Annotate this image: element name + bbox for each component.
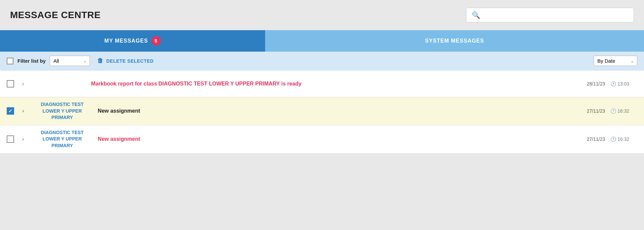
row-1-date: 28/11/23	[575, 81, 605, 87]
page-header: MESSAGE CENTRE 🔍	[0, 0, 644, 30]
row-3-subject[interactable]: New assignment	[98, 136, 569, 142]
filter-bar: Filter list by All Unread Read ⌄ 🗑 DELET…	[0, 52, 644, 70]
row-3-time: 🕐 16:32	[610, 136, 637, 142]
select-all-checkbox[interactable]	[7, 58, 13, 64]
row-3-expand-icon[interactable]: ›	[19, 135, 27, 143]
row-3-sender[interactable]: DIAGNOSTIC TEST LOWER Y UPPER PRIMARY	[32, 129, 92, 149]
row-3-checkbox[interactable]	[7, 135, 14, 143]
sort-select[interactable]: By Date By Sender By Subject	[594, 56, 637, 66]
row-2-time: 🕐 16:32	[610, 108, 637, 114]
row-2-checkbox[interactable]	[7, 107, 14, 115]
row-1-checkbox[interactable]	[7, 80, 14, 88]
tab-my-messages[interactable]: MY MESSAGES 5	[0, 30, 265, 52]
row-1-expand-icon[interactable]: ›	[19, 79, 27, 88]
filter-list-label: Filter list by	[17, 58, 46, 64]
search-icon: 🔍	[472, 11, 480, 19]
row-1-time: 🕐 13:03	[610, 81, 637, 87]
row-2-subject[interactable]: New assignment	[98, 108, 569, 114]
row-2-expand-icon[interactable]: ›	[19, 107, 27, 115]
search-box[interactable]: 🔍	[466, 8, 634, 22]
table-row: › DIAGNOSTIC TEST LOWER Y UPPER PRIMARY …	[0, 97, 644, 125]
tab-system-messages-label: SYSTEM MESSAGES	[425, 38, 484, 44]
my-messages-badge: 5	[151, 36, 161, 46]
row-2-date: 27/11/23	[575, 108, 605, 114]
row-2-sender[interactable]: DIAGNOSTIC TEST LOWER Y UPPER PRIMARY	[32, 101, 92, 121]
clock-icon: 🕐	[610, 81, 616, 87]
search-input[interactable]	[483, 12, 628, 18]
table-row: › DIAGNOSTIC TEST LOWER Y UPPER PRIMARY …	[0, 125, 644, 154]
delete-icon: 🗑	[97, 57, 104, 64]
table-row: › Markbook report for class DIAGNOSTIC T…	[0, 70, 644, 97]
clock-icon: 🕐	[610, 108, 616, 114]
clock-icon: 🕐	[610, 136, 616, 142]
row-3-time-value: 16:32	[617, 136, 629, 142]
delete-selected-button[interactable]: 🗑 DELETE SELECTED	[94, 57, 157, 64]
row-1-subject[interactable]: Markbook report for class DIAGNOSTIC TES…	[91, 81, 569, 87]
row-2-time-value: 16:32	[617, 108, 629, 114]
filter-select-wrapper: All Unread Read ⌄	[50, 56, 90, 66]
tab-my-messages-label: MY MESSAGES	[104, 38, 148, 44]
messages-list: › Markbook report for class DIAGNOSTIC T…	[0, 70, 644, 154]
tab-system-messages[interactable]: SYSTEM MESSAGES	[265, 30, 644, 52]
row-3-date: 27/11/23	[575, 136, 605, 142]
filter-select[interactable]: All Unread Read	[50, 56, 90, 66]
tabs-bar: MY MESSAGES 5 SYSTEM MESSAGES	[0, 30, 644, 52]
delete-selected-label: DELETE SELECTED	[106, 58, 154, 64]
row-1-time-value: 13:03	[617, 81, 629, 87]
page-title: MESSAGE CENTRE	[10, 10, 101, 20]
sort-section: By Date By Sender By Subject ⌄	[594, 56, 637, 66]
sort-select-wrapper: By Date By Sender By Subject ⌄	[594, 56, 637, 66]
